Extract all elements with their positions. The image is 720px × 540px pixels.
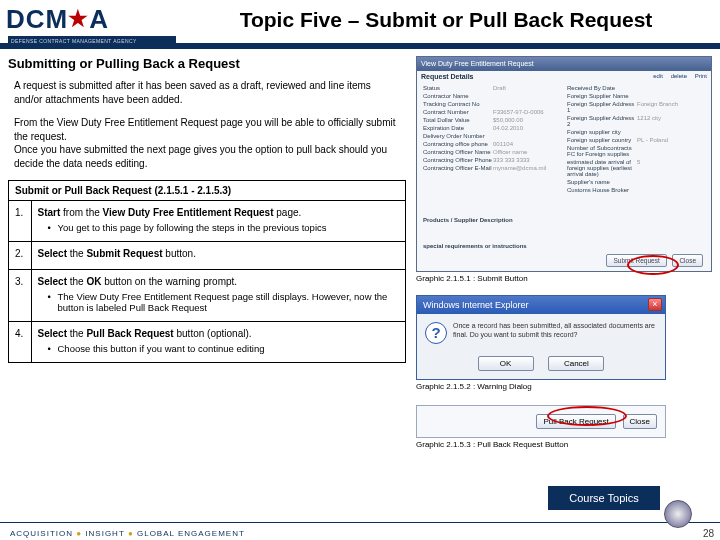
field-label: Tracking Contract No	[423, 101, 493, 107]
field-label: Contracting Officer Phone	[423, 157, 493, 163]
field-value: Draft	[493, 85, 561, 91]
field-label: Contracting office phone	[423, 141, 493, 147]
form-row: Contracting Officer E-Mailmyname@dcma.mi…	[423, 165, 561, 171]
field-label: Contracting Officer Name	[423, 149, 493, 155]
field-value: $50,000.00	[493, 117, 561, 123]
window-titlebar: View Duty Free Entitlement Request	[417, 57, 711, 71]
star-icon: ★	[68, 6, 89, 31]
field-value	[493, 93, 561, 99]
close-button-2[interactable]: Close	[623, 414, 657, 429]
field-label: Foreign supplier country	[567, 137, 637, 143]
field-label: Customs House Broker	[567, 187, 637, 193]
form-row: Foreign supplier countryPL - Poland	[567, 137, 705, 143]
steps-table-caption: Submit or Pull Back Request (2.1.5.1 - 2…	[9, 181, 405, 201]
graphic-3-caption: Graphic 2.1.5.3 : Pull Back Request Butt…	[416, 440, 666, 449]
cancel-button[interactable]: Cancel	[548, 356, 604, 371]
delete-link[interactable]: delete	[671, 73, 687, 79]
form-row: Foreign Supplier Name	[567, 93, 705, 99]
step-cell: Select the Submit Request button.	[31, 242, 405, 270]
field-label: Contractor Name	[423, 93, 493, 99]
page-title: Topic Five – Submit or Pull Back Request	[180, 8, 712, 32]
field-label: Total Dollar Value	[423, 117, 493, 123]
step-text: Select the OK button on the warning prom…	[38, 276, 400, 287]
submit-request-button[interactable]: Submit Request	[606, 254, 666, 267]
field-value	[493, 133, 561, 139]
field-value: F33657-97-D-0006	[493, 109, 561, 115]
form-row: Delivery Order Number	[423, 133, 561, 139]
course-topics-button[interactable]: Course Topics	[548, 486, 660, 510]
form-row: Customs House Broker	[567, 187, 705, 193]
close-icon[interactable]: ×	[648, 298, 662, 311]
field-label: Contracting Officer E-Mail	[423, 165, 493, 171]
step-text: Start from the View Duty Free Entitlemen…	[38, 207, 400, 218]
form-row: Contracting Officer NameOfficer name	[423, 149, 561, 155]
step-bullet: •The View Duty Free Entitlement Request …	[48, 291, 400, 313]
step-bullet: •You get to this page by following the s…	[48, 222, 400, 233]
header: DCM★A DEFENSE CONTRACT MANAGEMENT AGENCY…	[0, 0, 720, 50]
pull-back-request-button[interactable]: Pull Back Request	[536, 414, 615, 429]
edit-link[interactable]: edit	[653, 73, 663, 79]
field-label: Delivery Order Number	[423, 133, 493, 139]
field-value	[637, 129, 705, 135]
form-row: Number of Subcontracts FC for Foreign su…	[567, 145, 705, 157]
slide: DCM★A DEFENSE CONTRACT MANAGEMENT AGENCY…	[0, 0, 720, 540]
step-cell: Start from the View Duty Free Entitlemen…	[31, 201, 405, 242]
dialog-title: Windows Internet Explorer	[423, 300, 529, 310]
logo-text-pre: DCM	[6, 4, 68, 34]
field-value: Officer name	[493, 149, 561, 155]
footer-tagline: ACQUISITION ● INSIGHT ● GLOBAL ENGAGEMEN…	[10, 529, 245, 538]
field-value	[637, 179, 705, 185]
field-label: estimated date arrival of foreign suppli…	[567, 159, 637, 177]
print-link[interactable]: Print	[695, 73, 707, 79]
form-button-row: Submit Request Close	[602, 254, 703, 267]
form-row: Contracting office phone001104	[423, 141, 561, 147]
field-label: Received By Date	[567, 85, 637, 91]
ok-button[interactable]: OK	[478, 356, 534, 371]
step-bullet: •Choose this button if you want to conti…	[48, 343, 400, 354]
field-label: Number of Subcontracts FC for Foreign su…	[567, 145, 637, 157]
form-row: estimated date arrival of foreign suppli…	[567, 159, 705, 177]
graphic-submit-form: View Duty Free Entitlement Request Reque…	[416, 56, 712, 272]
footer: ACQUISITION ● INSIGHT ● GLOBAL ENGAGEMEN…	[0, 522, 720, 540]
form-row: Tracking Contract No	[423, 101, 561, 107]
step-text: Select the Submit Request button.	[38, 248, 400, 259]
steps-table: Submit or Pull Back Request (2.1.5.1 - 2…	[8, 180, 406, 363]
dcma-logo: DCM★A DEFENSE CONTRACT MANAGEMENT AGENCY	[6, 4, 176, 44]
form-row: Foreign supplier city	[567, 129, 705, 135]
field-value: Foreign Branch	[637, 101, 705, 113]
step-text: Select the Pull Back Request button (opt…	[38, 328, 400, 339]
field-label: Supplier's name	[567, 179, 637, 185]
field-label: Foreign supplier city	[567, 129, 637, 135]
field-label: Expiration Date	[423, 125, 493, 131]
form-subheader-special: special requirements or instructions	[423, 243, 705, 249]
form-row: Contracting Officer Phone333 333 3333	[423, 157, 561, 163]
step-cell: Select the OK button on the warning prom…	[31, 270, 405, 322]
form-row: Contractor Name	[423, 93, 561, 99]
field-label: Status	[423, 85, 493, 91]
graphic-pull-back: Pull Back Request Close Graphic 2.1.5.3 …	[416, 405, 666, 449]
field-value	[493, 101, 561, 107]
form-row: Expiration Date04.02.2010	[423, 125, 561, 131]
close-button[interactable]: Close	[672, 254, 703, 267]
step-number: 2.	[9, 242, 31, 270]
form-row: Total Dollar Value$50,000.00	[423, 117, 561, 123]
field-value: PL - Poland	[637, 137, 705, 143]
field-label: Foreign Supplier Name	[567, 93, 637, 99]
field-value	[637, 187, 705, 193]
right-column: View Duty Free Entitlement Request Reque…	[416, 56, 712, 449]
field-label: Foreign Supplier Address 1	[567, 101, 637, 113]
form-section-header: Request Details	[421, 73, 474, 80]
graphic-1-caption: Graphic 2.1.5.1 : Submit Button	[416, 274, 712, 283]
form-row: Supplier's name	[567, 179, 705, 185]
intro-para-2: From the View Duty Free Entitlement Requ…	[14, 116, 400, 170]
seal-icon	[664, 500, 692, 528]
header-rule	[0, 43, 720, 49]
intro-text: A request is submitted after it has been…	[8, 79, 406, 170]
field-value: 001104	[493, 141, 561, 147]
field-value	[637, 85, 705, 91]
field-value: 5	[637, 159, 705, 177]
form-tools: edit delete Print	[647, 73, 707, 79]
field-label: Foreign Supplier Address 2	[567, 115, 637, 127]
form-row: Contract NumberF33657-97-D-0006	[423, 109, 561, 115]
form-row: Foreign Supplier Address 1Foreign Branch	[567, 101, 705, 113]
